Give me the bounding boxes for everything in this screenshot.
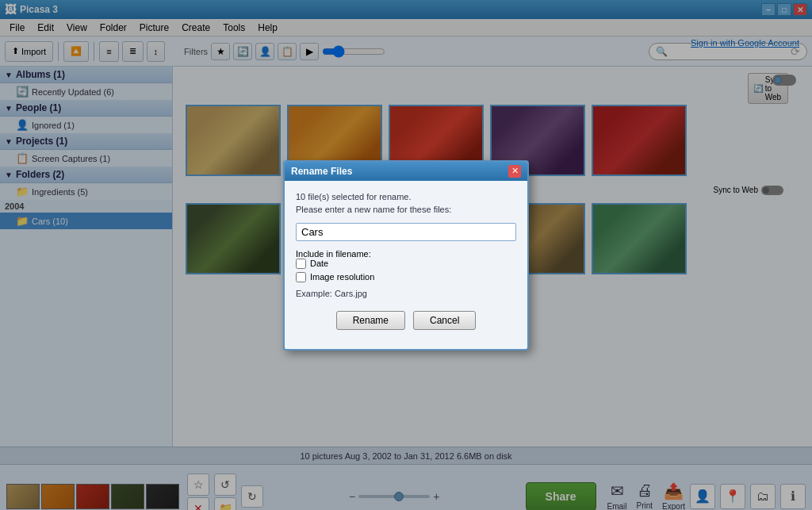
modal-overlay: Rename Files ✕ 10 file(s) selected for r…	[0, 0, 812, 510]
date-label: Date	[310, 259, 328, 268]
include-label: Include in filename:	[296, 249, 371, 259]
rename-input[interactable]	[296, 223, 516, 241]
cancel-button[interactable]: Cancel	[413, 311, 476, 330]
resolution-label: Image resolution	[310, 272, 374, 282]
dialog-message: 10 file(s) selected for rename. Please e…	[296, 190, 516, 217]
dialog-message-line1: 10 file(s) selected for rename.	[296, 192, 412, 201]
dialog-close-button[interactable]: ✕	[508, 165, 521, 178]
dialog-example: Example: Cars.jpg	[296, 289, 516, 298]
date-checkbox[interactable]	[296, 259, 306, 269]
example-value: Cars.jpg	[335, 289, 367, 298]
dialog-buttons: Rename Cancel	[296, 311, 516, 339]
example-prefix: Example:	[296, 289, 332, 298]
resolution-checkbox[interactable]	[296, 272, 306, 282]
resolution-option-row: Image resolution	[296, 272, 516, 282]
rename-button[interactable]: Rename	[336, 311, 405, 330]
date-option-row: Date	[296, 259, 516, 269]
dialog-options: Include in filename: Date Image resoluti…	[296, 249, 516, 282]
dialog-message-line2: Please enter a new name for these files:	[296, 205, 451, 214]
rename-dialog: Rename Files ✕ 10 file(s) selected for r…	[283, 160, 529, 351]
dialog-body: 10 file(s) selected for rename. Please e…	[285, 181, 527, 349]
dialog-title: Rename Files	[291, 166, 352, 177]
dialog-titlebar: Rename Files ✕	[285, 162, 527, 181]
